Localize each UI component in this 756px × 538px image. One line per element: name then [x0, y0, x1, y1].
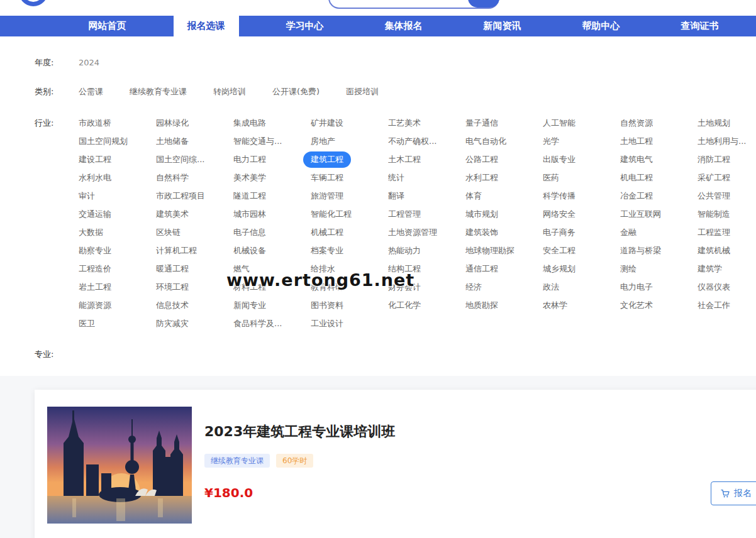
industry-option[interactable]: 建筑装饰 — [465, 226, 498, 239]
industry-option[interactable]: 统计 — [388, 172, 404, 184]
industry-option[interactable]: 公路工程 — [465, 153, 498, 166]
industry-option[interactable]: 教育科研 — [311, 281, 343, 294]
industry-option[interactable]: 档案专业 — [311, 244, 343, 257]
industry-option[interactable]: 网络安全 — [543, 208, 575, 221]
industry-option[interactable]: 工程监理 — [698, 226, 730, 239]
industry-option[interactable]: 集成电路 — [233, 117, 266, 129]
industry-option[interactable]: 智能化工程 — [311, 208, 352, 221]
industry-option[interactable]: 智能制造 — [698, 208, 730, 221]
industry-option[interactable]: 电气自动化 — [465, 135, 506, 148]
industry-option[interactable]: 智能交通与... — [233, 135, 282, 148]
nav-item[interactable]: 集体报名 — [354, 16, 453, 36]
industry-option[interactable]: 建筑美术 — [156, 208, 189, 221]
industry-option[interactable]: 土地储备 — [156, 135, 189, 148]
industry-option[interactable]: 冶金工程 — [620, 190, 653, 202]
industry-option[interactable]: 不动产确权... — [388, 135, 436, 148]
industry-option[interactable]: 科学传播 — [543, 190, 575, 202]
nav-item[interactable]: 新闻资讯 — [453, 16, 552, 36]
industry-option[interactable]: 审计 — [79, 190, 95, 202]
industry-option[interactable]: 暖通工程 — [156, 263, 189, 275]
industry-option[interactable]: 医药 — [543, 172, 559, 184]
industry-option[interactable]: 土地规划 — [698, 117, 730, 129]
industry-option[interactable]: 公共管理 — [698, 190, 730, 202]
industry-option[interactable]: 量子通信 — [465, 117, 498, 129]
industry-option[interactable]: 消防工程 — [698, 153, 730, 166]
industry-option[interactable]: 金融 — [620, 226, 636, 239]
industry-option[interactable]: 财务会计 — [388, 281, 421, 294]
industry-option[interactable]: 土地工程 — [620, 135, 653, 148]
industry-option[interactable]: 化工化学 — [388, 299, 421, 312]
industry-option[interactable]: 区块链 — [156, 226, 181, 239]
year-value[interactable]: 2024 — [79, 57, 99, 69]
nav-item[interactable]: 查询证书 — [650, 16, 749, 36]
industry-option[interactable]: 美术美学 — [233, 172, 266, 184]
industry-option[interactable]: 能源资源 — [79, 299, 111, 312]
industry-option[interactable]: 测绘 — [620, 263, 636, 275]
industry-option[interactable]: 电子信息 — [233, 226, 266, 239]
industry-option[interactable]: 社会工作 — [698, 299, 730, 312]
industry-option[interactable]: 房地产 — [311, 135, 335, 148]
industry-option[interactable]: 车辆工程 — [311, 172, 343, 184]
industry-option[interactable]: 建筑机械 — [698, 244, 730, 257]
industry-option[interactable]: 出版专业 — [543, 153, 575, 166]
industry-option[interactable]: 自然资源 — [620, 117, 653, 129]
industry-option[interactable]: 城乡规划 — [543, 263, 575, 275]
industry-option[interactable]: 结构工程 — [388, 263, 421, 275]
industry-option[interactable]: 环境工程 — [156, 281, 189, 294]
industry-option[interactable]: 电子商务 — [543, 226, 575, 239]
industry-option[interactable]: 地球物理勘探 — [465, 244, 514, 257]
industry-option[interactable]: 土地利用与... — [698, 135, 746, 148]
industry-option[interactable]: 新闻专业 — [233, 299, 266, 312]
industry-option[interactable]: 城市园林 — [233, 208, 266, 221]
nav-item[interactable]: 学习中心 — [255, 16, 354, 36]
industry-option[interactable]: 工业互联网 — [620, 208, 661, 221]
category-option[interactable]: 公需课 — [79, 85, 103, 98]
industry-option[interactable]: 隧道工程 — [233, 190, 266, 202]
industry-option[interactable]: 交通运输 — [79, 208, 111, 221]
industry-option[interactable]: 矿井建设 — [311, 117, 343, 129]
industry-option[interactable]: 热能动力 — [388, 244, 421, 257]
industry-option[interactable]: 计算机工程 — [156, 244, 197, 257]
industry-option[interactable]: 国土空间规划 — [79, 135, 128, 148]
industry-option[interactable]: 建筑工程 — [303, 151, 351, 168]
industry-option[interactable]: 土木工程 — [388, 153, 421, 166]
industry-option[interactable]: 给排水 — [311, 263, 335, 275]
nav-item[interactable]: 报名选课 — [157, 16, 255, 36]
industry-option[interactable]: 文化艺术 — [620, 299, 653, 312]
industry-option[interactable]: 道路与桥梁 — [620, 244, 661, 257]
industry-option[interactable]: 建筑学 — [698, 263, 722, 275]
industry-option[interactable]: 工艺美术 — [388, 117, 421, 129]
industry-option[interactable]: 信息技术 — [156, 299, 189, 312]
industry-option[interactable]: 水利水电 — [79, 172, 111, 184]
category-option[interactable]: 转岗培训 — [213, 85, 246, 98]
industry-option[interactable]: 建筑电气 — [620, 153, 653, 166]
industry-option[interactable]: 岩土工程 — [79, 281, 111, 294]
industry-option[interactable]: 体育 — [465, 190, 482, 202]
industry-option[interactable]: 农林学 — [543, 299, 567, 312]
industry-option[interactable]: 土地资源管理 — [388, 226, 437, 239]
industry-option[interactable]: 经济 — [465, 281, 482, 294]
industry-option[interactable]: 勘察专业 — [79, 244, 111, 257]
industry-option[interactable]: 工程管理 — [388, 208, 421, 221]
industry-option[interactable]: 仪器仪表 — [698, 281, 730, 294]
industry-option[interactable]: 建设工程 — [79, 153, 111, 166]
industry-option[interactable]: 医卫 — [79, 317, 95, 330]
industry-option[interactable]: 园林绿化 — [156, 117, 189, 129]
nav-item[interactable]: 网站首页 — [58, 16, 157, 36]
industry-option[interactable]: 国土空间综... — [156, 153, 204, 166]
industry-option[interactable]: 自然科学 — [156, 172, 189, 184]
industry-option[interactable]: 旅游管理 — [311, 190, 343, 202]
industry-option[interactable]: 工业设计 — [311, 317, 343, 330]
industry-option[interactable]: 机械工程 — [311, 226, 343, 239]
industry-option[interactable]: 图书资料 — [311, 299, 343, 312]
industry-option[interactable]: 安全工程 — [543, 244, 575, 257]
category-option[interactable]: 公开课(免费) — [272, 85, 320, 98]
industry-option[interactable]: 通信工程 — [465, 263, 498, 275]
nav-item[interactable]: 帮助中心 — [552, 16, 650, 36]
industry-option[interactable]: 人工智能 — [543, 117, 575, 129]
industry-option[interactable]: 地质勘探 — [465, 299, 498, 312]
industry-option[interactable]: 市政工程项目 — [156, 190, 205, 202]
industry-option[interactable]: 翻译 — [388, 190, 404, 202]
industry-option[interactable]: 市政道桥 — [79, 117, 111, 129]
industry-option[interactable]: 光学 — [543, 135, 559, 148]
